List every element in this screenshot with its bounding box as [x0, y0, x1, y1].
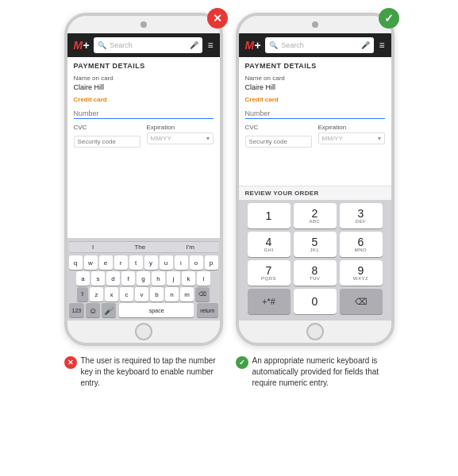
- bad-suggest-2[interactable]: The: [134, 244, 145, 251]
- bad-key-y[interactable]: y: [144, 255, 158, 270]
- bad-key-l[interactable]: l: [197, 271, 210, 286]
- good-key-8[interactable]: 8 TUV: [294, 260, 337, 286]
- bad-key-o[interactable]: o: [190, 255, 203, 270]
- bad-keyboard[interactable]: I The I'm q w e r t y u i o p: [67, 238, 220, 321]
- good-key-4[interactable]: 4 GHI: [248, 232, 291, 257]
- good-key-symbols[interactable]: +*#: [248, 289, 291, 314]
- bad-key-delete[interactable]: ⌫: [195, 287, 210, 301]
- bad-key-return[interactable]: return: [197, 303, 217, 317]
- good-expiry-wrapper[interactable]: MM/YY ▼: [318, 132, 385, 144]
- bad-key-k[interactable]: k: [182, 271, 195, 286]
- bad-cvc-col: CVC: [74, 124, 140, 148]
- good-phone-top: [239, 16, 391, 33]
- bad-key-u[interactable]: u: [160, 255, 173, 270]
- good-name-value: Claire Hill: [245, 83, 385, 91]
- bad-key-t[interactable]: t: [129, 255, 143, 270]
- bad-key-s[interactable]: s: [91, 271, 105, 286]
- bad-key-mic[interactable]: 🎤: [102, 303, 116, 317]
- good-search-icon: 🔍: [269, 41, 278, 49]
- good-numpad[interactable]: 1 2 ABC 3 DEF 4: [239, 200, 391, 321]
- good-phone-bottom: [239, 321, 391, 343]
- good-cvc-label: CVC: [245, 124, 312, 131]
- bad-key-123[interactable]: 123: [69, 303, 85, 317]
- good-numpad-row2: 4 GHI 5 JKL 6 MNO: [244, 232, 387, 257]
- bad-key-b[interactable]: b: [150, 287, 164, 301]
- bad-key-w[interactable]: w: [84, 255, 98, 270]
- bad-key-i[interactable]: i: [175, 255, 188, 270]
- bad-key-g[interactable]: g: [137, 271, 150, 286]
- bad-key-z[interactable]: z: [90, 287, 103, 301]
- bad-key-p[interactable]: p: [205, 255, 218, 270]
- bad-cvc-label: CVC: [74, 124, 140, 131]
- good-app-header: M+ 🔍 Search 🎤 ≡: [239, 33, 391, 57]
- bad-kb-suggestions: I The I'm: [69, 241, 218, 253]
- good-phone: M+ 🔍 Search 🎤 ≡ PAYMENT DETAILS Name on …: [236, 13, 394, 346]
- bad-card-label: Credit card: [74, 96, 214, 103]
- good-expiry-select[interactable]: MM/YY: [318, 132, 385, 144]
- bad-badge-symbol: ✕: [213, 12, 222, 25]
- good-key-5[interactable]: 5 JKL: [294, 232, 337, 257]
- bad-payment-section: PAYMENT DETAILS Name on card Claire Hill…: [67, 57, 220, 238]
- good-cvc-input[interactable]: [245, 136, 312, 148]
- good-number-input[interactable]: [245, 109, 385, 119]
- bad-key-n[interactable]: n: [165, 287, 179, 301]
- good-key-6[interactable]: 6 MNO: [340, 232, 383, 257]
- bad-phone-wrapper: ✕ M+ 🔍 Search 🎤 ≡ PAYMENT: [64, 13, 223, 346]
- bad-key-h[interactable]: h: [152, 271, 165, 286]
- bad-number-input[interactable]: [74, 109, 214, 119]
- bad-caption-text: The user is required to tap the number k…: [81, 355, 223, 389]
- bad-key-e[interactable]: e: [99, 255, 113, 270]
- bad-key-space[interactable]: space: [119, 303, 194, 317]
- bad-key-f[interactable]: f: [121, 271, 135, 286]
- bad-search-icon: 🔍: [98, 41, 106, 49]
- bad-key-x[interactable]: x: [105, 287, 118, 301]
- good-search-bar[interactable]: 🔍 Search 🎤: [265, 37, 374, 53]
- bad-kb-row3: ⇧ z x c v b n m ⌫: [69, 287, 218, 301]
- bad-expiry-label: Expiration: [147, 124, 214, 131]
- bad-key-a[interactable]: a: [76, 271, 90, 286]
- bad-suggest-3[interactable]: I'm: [186, 244, 194, 251]
- bad-home-button[interactable]: [135, 323, 152, 340]
- good-key-3[interactable]: 3 DEF: [340, 203, 383, 228]
- bad-phone-bottom: [67, 321, 220, 343]
- good-expiry-label: Expiration: [318, 124, 385, 131]
- good-key-1[interactable]: 1: [248, 203, 291, 228]
- bad-app-header: M+ 🔍 Search 🎤 ≡: [67, 33, 220, 57]
- bad-expiry-wrapper[interactable]: MM/YY ▼: [147, 132, 214, 144]
- bad-expiry-select[interactable]: MM/YY: [147, 132, 214, 144]
- good-caption: ✓ An appropriate numeric keyboard is aut…: [236, 355, 394, 389]
- bad-key-q[interactable]: q: [69, 255, 83, 270]
- bad-suggest-1[interactable]: I: [92, 244, 94, 251]
- bad-key-m[interactable]: m: [180, 287, 194, 301]
- good-key-7[interactable]: 7 PQRS: [248, 260, 291, 286]
- bad-key-v[interactable]: v: [135, 287, 148, 301]
- bad-cvc-input[interactable]: [74, 136, 140, 148]
- bad-phone: M+ 🔍 Search 🎤 ≡ PAYMENT DETAILS Name on …: [64, 13, 223, 346]
- bad-key-shift[interactable]: ⇧: [77, 287, 88, 301]
- good-cvc-expiry-row: CVC Expiration MM/YY ▼: [245, 124, 385, 148]
- good-caption-text: An appropriate numeric keyboard is autom…: [252, 355, 394, 389]
- bad-name-value: Claire Hill: [74, 83, 214, 91]
- bad-key-d[interactable]: d: [106, 271, 120, 286]
- good-home-button[interactable]: [306, 323, 324, 340]
- good-menu-icon[interactable]: ≡: [379, 40, 384, 51]
- bad-cvc-expiry-row: CVC Expiration MM/YY ▼: [74, 124, 214, 148]
- bad-key-c[interactable]: c: [120, 287, 133, 301]
- good-key-backspace[interactable]: ⌫: [340, 289, 383, 314]
- good-camera: [312, 21, 318, 28]
- bad-key-j[interactable]: j: [167, 271, 180, 286]
- bad-key-r[interactable]: r: [114, 255, 128, 270]
- good-caption-symbol: ✓: [239, 359, 245, 367]
- bad-key-emoji[interactable]: ☺: [86, 303, 100, 317]
- good-numpad-row3: 7 PQRS 8 TUV 9 WXYZ: [244, 260, 387, 286]
- good-numpad-row1: 1 2 ABC 3 DEF: [244, 203, 387, 228]
- captions: ✕ The user is required to tap the number…: [13, 355, 445, 389]
- good-screen: M+ 🔍 Search 🎤 ≡ PAYMENT DETAILS Name on …: [239, 33, 391, 321]
- good-key-9[interactable]: 9 WXYZ: [340, 260, 383, 286]
- bad-search-bar[interactable]: 🔍 Search 🎤: [94, 37, 202, 53]
- bad-payment-title: PAYMENT DETAILS: [74, 62, 214, 70]
- bad-badge: ✕: [207, 8, 228, 29]
- bad-menu-icon[interactable]: ≡: [207, 40, 213, 51]
- good-key-2[interactable]: 2 ABC: [294, 203, 337, 228]
- good-key-0[interactable]: 0: [294, 289, 337, 314]
